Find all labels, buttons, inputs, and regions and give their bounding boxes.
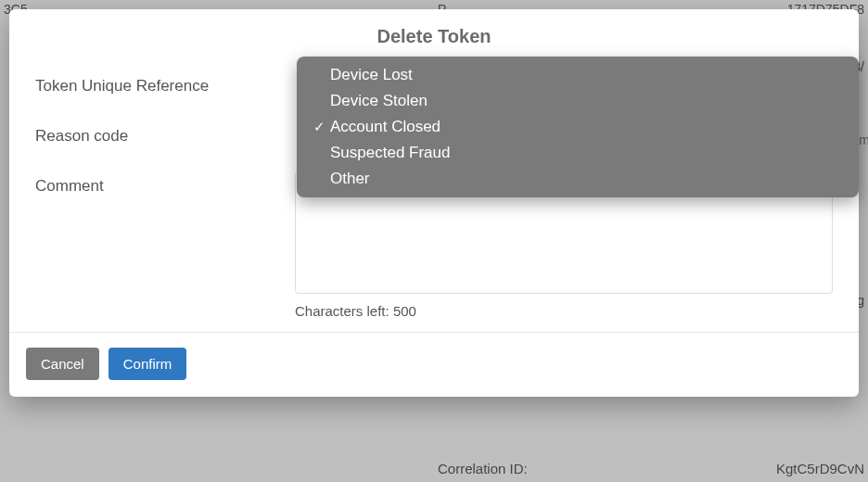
char-counter-value: 500 bbox=[393, 303, 416, 319]
label-reason-code: Reason code bbox=[35, 121, 295, 146]
check-icon: ✓ bbox=[313, 119, 330, 135]
modal-body: Token Unique Reference m Reason code Com… bbox=[9, 57, 859, 332]
dropdown-option-other[interactable]: Other bbox=[297, 166, 859, 192]
dropdown-option-label: Account Closed bbox=[330, 118, 440, 136]
dropdown-option-suspected-fraud[interactable]: Suspected Fraud bbox=[297, 140, 859, 166]
confirm-button[interactable]: Confirm bbox=[108, 348, 187, 380]
dropdown-option-account-closed[interactable]: ✓ Account Closed bbox=[297, 114, 859, 140]
char-counter: Characters left: 500 bbox=[295, 303, 833, 319]
label-token-reference: Token Unique Reference bbox=[35, 71, 295, 95]
bg-correlation-label: Correlation ID: bbox=[438, 461, 528, 476]
dropdown-option-device-stolen[interactable]: Device Stolen bbox=[297, 88, 859, 114]
dropdown-option-label: Suspected Fraud bbox=[330, 144, 450, 162]
modal-title: Delete Token bbox=[9, 26, 859, 47]
cancel-button[interactable]: Cancel bbox=[26, 348, 99, 380]
reason-code-dropdown[interactable]: Device Lost Device Stolen ✓ Account Clos… bbox=[297, 57, 859, 197]
dropdown-option-label: Other bbox=[330, 170, 370, 188]
dropdown-option-device-lost[interactable]: Device Lost bbox=[297, 62, 859, 88]
modal-footer: Cancel Confirm bbox=[9, 332, 859, 397]
bg-correlation-value: KgtC5rD9CvN bbox=[776, 461, 864, 476]
bg-fragment-right-m: m bbox=[859, 133, 868, 147]
dropdown-option-label: Device Stolen bbox=[330, 92, 428, 110]
modal-header: Delete Token bbox=[9, 9, 859, 57]
char-counter-prefix: Characters left: bbox=[295, 303, 393, 319]
label-comment: Comment bbox=[35, 171, 295, 196]
delete-token-modal: Delete Token Token Unique Reference m Re… bbox=[9, 9, 859, 397]
dropdown-option-label: Device Lost bbox=[330, 66, 413, 84]
